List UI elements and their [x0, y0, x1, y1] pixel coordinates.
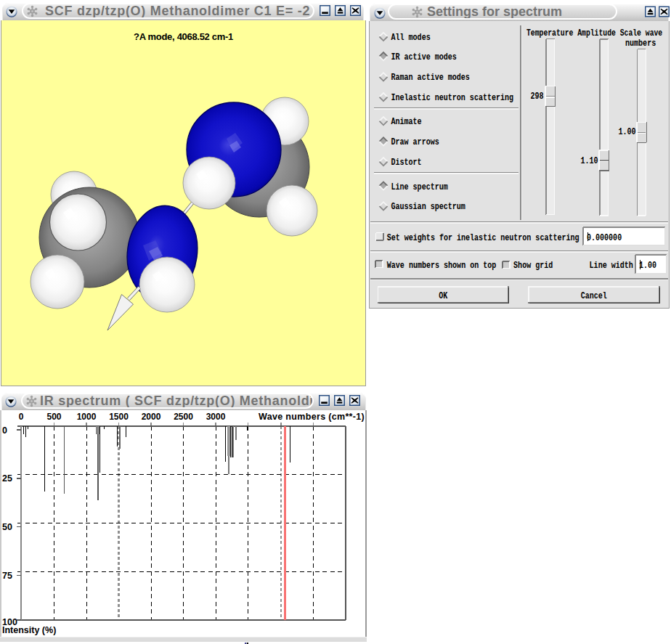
svg-text:Cancel: Cancel [581, 290, 607, 301]
svg-text:Draw arrows: Draw arrows [391, 136, 439, 147]
svg-text:2500: 2500 [174, 412, 193, 422]
svg-text:75: 75 [2, 571, 12, 581]
svg-text:Distort: Distort [391, 157, 422, 168]
svg-text:3000: 3000 [206, 412, 226, 422]
svg-text:Line spectrum: Line spectrum [391, 182, 448, 192]
svg-text:1500: 1500 [109, 412, 129, 422]
svg-text:Raman active modes: Raman active modes [391, 72, 471, 83]
svg-text:Set weights for inelastic neut: Set weights for inelastic neutron scatte… [387, 232, 580, 243]
svg-text:Wave numbers (cm**-1): Wave numbers (cm**-1) [259, 412, 365, 422]
svg-text:500: 500 [46, 412, 61, 422]
svg-text:Inelastic neutron scattering: Inelastic neutron scattering [391, 92, 514, 103]
svg-text:25: 25 [2, 473, 12, 484]
svg-text:1000: 1000 [77, 412, 97, 422]
svg-text:OK: OK [439, 290, 447, 301]
svg-text:50: 50 [2, 522, 12, 532]
svg-text:0: 0 [19, 412, 24, 422]
svg-text:Temperature Amplitude Scale wa: Temperature Amplitude Scale wave [526, 28, 662, 38]
svg-text:Line width: Line width [590, 260, 633, 271]
svg-text:IR active modes: IR active modes [391, 52, 457, 62]
svg-text:0.000000: 0.000000 [587, 232, 622, 243]
svg-text:numbers: numbers [625, 38, 656, 49]
svg-text:1.00: 1.00 [639, 260, 656, 271]
svg-text:All modes: All modes [391, 32, 431, 43]
svg-text:1.00: 1.00 [619, 126, 636, 137]
svg-text:Wave numbers shown on top: Wave numbers shown on top [387, 260, 497, 271]
svg-text:1.10: 1.10 [580, 155, 598, 166]
svg-text:Gaussian spectrum: Gaussian spectrum [391, 201, 465, 212]
svg-text:2000: 2000 [142, 412, 161, 422]
svg-text:Animate: Animate [391, 116, 422, 127]
svg-text:298: 298 [530, 91, 543, 102]
svg-text:Show grid: Show grid [513, 260, 553, 271]
svg-text:0: 0 [2, 425, 7, 436]
svg-text:Intensity (%): Intensity (%) [2, 625, 56, 635]
